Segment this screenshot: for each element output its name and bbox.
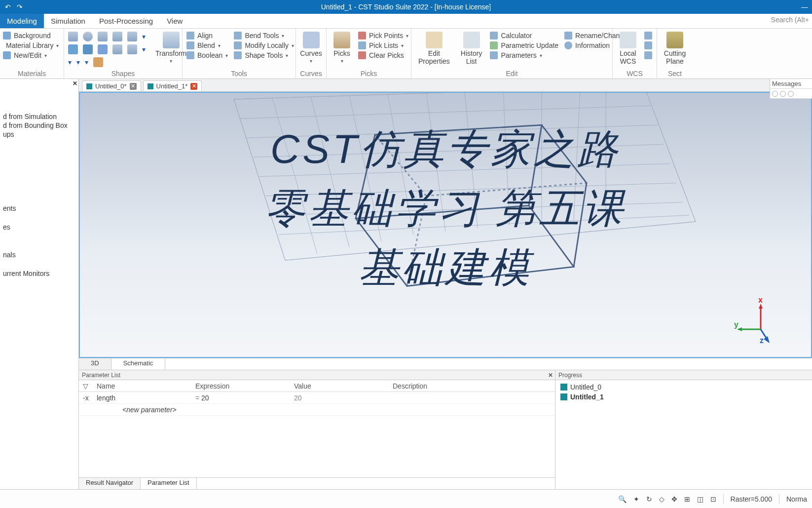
msg-filter-icon[interactable] <box>772 91 778 97</box>
brush-icon[interactable] <box>93 57 103 67</box>
view-tab-schematic[interactable]: Schematic <box>111 358 166 370</box>
shape-tool-icon[interactable] <box>68 44 78 54</box>
align-button[interactable]: Align <box>186 32 228 39</box>
tab-postprocessing[interactable]: Post-Processing <box>92 14 160 28</box>
tree-item[interactable]: d from Bounding Box <box>3 121 75 129</box>
tab-modeling[interactable]: Modeling <box>0 14 44 28</box>
group-label: Tools <box>183 70 295 78</box>
bendtools-button[interactable]: Bend Tools▾ <box>234 32 294 39</box>
shape-tool-icon-5[interactable] <box>127 44 137 54</box>
bend-icon <box>234 32 242 39</box>
status-tool-icon[interactable]: ✥ <box>671 495 677 503</box>
transform-icon <box>163 32 180 48</box>
align-icon <box>186 32 194 39</box>
newedit-button[interactable]: New/Edit▾ <box>3 51 59 59</box>
col-expression[interactable]: Expression <box>191 382 290 390</box>
tree-item[interactable]: es <box>3 223 75 231</box>
search-input[interactable]: Search (Alt+ <box>771 16 809 24</box>
blend-icon <box>186 41 194 49</box>
table-row[interactable]: -x length = 20 20 <box>79 392 555 404</box>
new-parameter-row[interactable]: <new parameter> <box>79 404 555 416</box>
redo-icon[interactable]: ↷ <box>16 3 24 11</box>
status-tool-icon[interactable]: 🔍 <box>618 495 627 503</box>
clear-icon <box>358 51 366 59</box>
tree-item[interactable]: d from Simulation <box>3 113 75 120</box>
col-value[interactable]: Value <box>290 382 389 390</box>
parametricupdate-button[interactable]: Parametric Update <box>490 41 558 49</box>
close-icon[interactable]: ✕ <box>73 80 77 87</box>
result-navigator-tab[interactable]: Result Navigator <box>79 478 141 489</box>
shape-tool-icon-4[interactable] <box>112 44 122 54</box>
navigation-tree[interactable]: ✕ d from Simulation d from Bounding Box … <box>0 79 79 489</box>
sphere-icon[interactable] <box>83 32 93 41</box>
view-tab-3d[interactable]: 3D <box>79 358 111 370</box>
minimize-icon[interactable]: — <box>800 3 809 11</box>
wcs-tool-1[interactable] <box>644 32 652 39</box>
axis-widget[interactable]: x y z <box>737 301 781 345</box>
modifylocally-button[interactable]: Modify Locally▾ <box>234 41 294 49</box>
messages-title: Messages <box>772 80 801 87</box>
ribbon-group-edit: Edit Properties History List Calculator … <box>411 29 613 78</box>
parameters-button[interactable]: Parameters▾ <box>490 51 558 59</box>
3d-viewport[interactable]: CST仿真专家之路 零基础学习 第五课 基础建模 x y z <box>79 92 812 358</box>
close-tab-icon[interactable]: ✕ <box>130 83 137 90</box>
tab-simulation[interactable]: Simulation <box>44 14 92 28</box>
close-icon[interactable]: ✕ <box>548 372 553 379</box>
curves-button[interactable]: Curves▾ <box>298 31 324 73</box>
pickpoints-button[interactable]: Pick Points▾ <box>358 32 408 39</box>
history-icon <box>463 32 480 48</box>
tree-item[interactable]: nals <box>3 251 75 259</box>
cube-icon[interactable] <box>68 32 78 41</box>
shape-tool-icon-3[interactable] <box>98 44 108 54</box>
picklists-button[interactable]: Pick Lists▾ <box>358 41 408 49</box>
status-tool-icon[interactable]: ⊞ <box>684 495 690 503</box>
file-tab-1[interactable]: Untitled_1*✕ <box>143 80 202 91</box>
wcs-icon-1 <box>644 32 652 39</box>
ribbon-group-curves: Curves▾ Curves <box>296 29 327 78</box>
tree-item[interactable]: urrent Monitors <box>3 270 75 277</box>
file-tab-0[interactable]: Untitled_0*✕ <box>82 80 141 91</box>
tab-view[interactable]: View <box>160 14 189 28</box>
cylinder-icon[interactable] <box>112 32 122 41</box>
wcs-tool-3[interactable] <box>644 51 652 59</box>
status-tool-icon[interactable]: ⊡ <box>710 495 716 503</box>
messages-panel: Messages <box>770 79 812 99</box>
shapetools-button[interactable]: Shape Tools▾ <box>234 51 294 59</box>
col-name[interactable]: Name <box>93 382 191 390</box>
background-icon <box>3 32 11 39</box>
parameter-list-tab[interactable]: Parameter List <box>141 478 197 489</box>
ribbon: Background Material Library▾ New/Edit▾ M… <box>0 29 812 79</box>
undo-icon[interactable]: ↶ <box>4 3 12 11</box>
boolean-button[interactable]: Boolean▾ <box>186 51 228 59</box>
torus-icon[interactable] <box>127 32 137 41</box>
background-button[interactable]: Background <box>3 32 59 39</box>
col-description[interactable]: Description <box>389 382 555 390</box>
msg-filter-icon[interactable] <box>780 91 786 97</box>
clearpicks-button[interactable]: Clear Picks <box>358 51 408 59</box>
status-tool-icon[interactable]: ✦ <box>633 495 639 503</box>
status-tool-icon[interactable]: ◫ <box>697 495 703 503</box>
msg-filter-icon[interactable] <box>788 91 794 97</box>
tree-item[interactable]: ups <box>3 130 75 138</box>
point-icon <box>358 32 366 39</box>
progress-item-1[interactable]: Untitled_1 <box>560 392 807 402</box>
progress-item-0[interactable]: Untitled_0 <box>560 382 807 392</box>
overlay-title: CST仿真专家之路 零基础学习 第五课 基础建模 <box>265 122 627 295</box>
filter-icon[interactable]: ▽ <box>79 382 93 390</box>
doc-icon <box>560 384 567 391</box>
status-tool-icon[interactable]: ↻ <box>646 495 652 503</box>
titlebar: ↶ ↷ Untitled_1 - CST Studio Suite 2022 -… <box>0 0 812 14</box>
calculator-button[interactable]: Calculator <box>490 32 558 39</box>
wcs-tool-2[interactable] <box>644 41 652 49</box>
group-label: Edit <box>411 70 612 78</box>
material-library-button[interactable]: Material Library▾ <box>3 41 59 49</box>
table-header: ▽ Name Expression Value Description <box>79 380 555 392</box>
cone-icon[interactable] <box>98 32 108 41</box>
tree-item[interactable]: ents <box>3 204 75 212</box>
group-label: WCS <box>613 70 657 78</box>
shape-tool-icon-2[interactable] <box>83 44 93 54</box>
close-tab-icon[interactable]: ✕ <box>190 83 197 90</box>
cuttingplane-button[interactable]: Cutting Plane <box>659 31 691 74</box>
blend-button[interactable]: Blend▾ <box>186 41 228 49</box>
status-tool-icon[interactable]: ◇ <box>659 495 664 503</box>
